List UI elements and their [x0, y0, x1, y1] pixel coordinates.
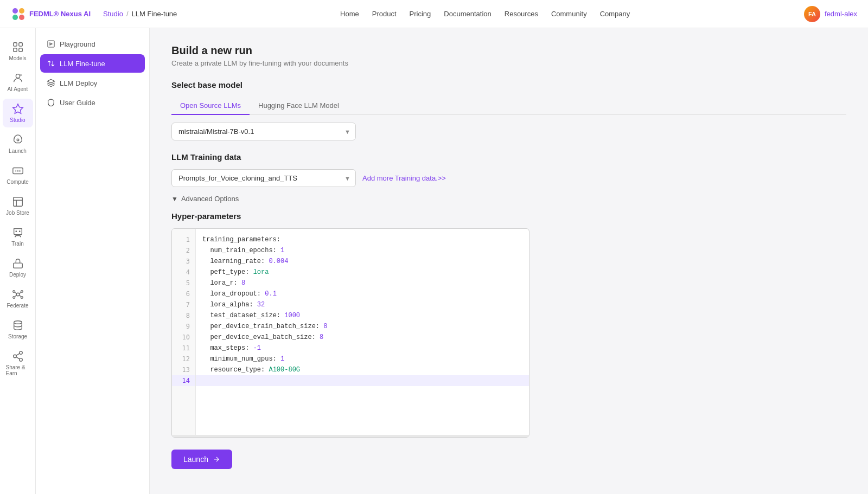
svg-rect-5	[18, 43, 22, 46]
launch-icon-btn	[213, 455, 220, 463]
train-icon	[12, 227, 24, 239]
nav-company[interactable]: Company	[600, 10, 630, 18]
line-num-12: 12	[172, 354, 195, 364]
line-num-3: 3	[172, 256, 195, 267]
svg-point-26	[21, 297, 23, 299]
training-data-title: LLM Training data	[171, 152, 846, 162]
logo-icon	[11, 7, 26, 22]
code-line-9: per_device_train_batch_size: 8	[202, 321, 522, 332]
line-numbers: 1 2 3 4 5 6 7 8 9 10 11 12 13 14	[172, 229, 196, 435]
share-earn-icon	[12, 350, 24, 362]
tab-huggingface[interactable]: Hugging Face LLM Model	[250, 97, 348, 115]
sidebar-label-launch: Launch	[9, 148, 27, 154]
tab-opensource[interactable]: Open Source LLMs	[171, 97, 250, 115]
breadcrumb-parent[interactable]: Studio	[103, 10, 123, 18]
sec-sidebar-playground-label: Playground	[60, 40, 95, 48]
bottom-area	[171, 469, 846, 494]
code-inner: 1 2 3 4 5 6 7 8 9 10 11 12 13 14	[172, 229, 529, 435]
svg-point-20	[18, 230, 20, 232]
advanced-toggle-label: Advanced Options	[181, 195, 239, 203]
code-line-6: lora_dropout: 0.1	[202, 288, 522, 299]
studio-icon	[12, 103, 24, 115]
sidebar-label-federate: Federate	[7, 303, 28, 309]
compute-icon	[12, 165, 24, 177]
svg-line-36	[16, 354, 19, 356]
sidebar-item-models[interactable]: Models	[3, 37, 33, 66]
models-icon	[12, 41, 24, 53]
sidebar-item-studio[interactable]: Studio	[3, 99, 33, 127]
sec-sidebar-user-guide[interactable]: User Guide	[40, 93, 145, 112]
code-editor[interactable]: 1 2 3 4 5 6 7 8 9 10 11 12 13 14	[171, 228, 529, 438]
sidebar-label-deploy: Deploy	[9, 272, 26, 278]
code-content: training_parameters: num_train_epochs: 1…	[196, 229, 529, 435]
line-num-4: 4	[172, 267, 195, 278]
svg-point-25	[12, 297, 15, 299]
code-line-12: minimum_num_gpus: 1	[202, 354, 522, 364]
model-select-wrapper: mistralai/Mistral-7B-v0.1 meta-llama/Lla…	[171, 123, 356, 140]
svg-rect-6	[13, 48, 16, 52]
sec-sidebar-playground[interactable]: Playground	[40, 35, 145, 53]
nav-documentation[interactable]: Documentation	[444, 10, 491, 18]
line-num-8: 8	[172, 310, 195, 321]
sidebar-item-deploy[interactable]: Deploy	[3, 253, 33, 282]
sidebar-item-train[interactable]: Train	[3, 222, 33, 251]
nav-resources[interactable]: Resources	[505, 10, 538, 18]
code-line-3: learning_rate: 0.004	[202, 256, 522, 267]
add-training-link[interactable]: Add more Training data.>>	[362, 174, 446, 182]
svg-line-35	[16, 357, 19, 359]
line-num-7: 7	[172, 299, 195, 310]
model-select[interactable]: mistralai/Mistral-7B-v0.1 meta-llama/Lla…	[171, 123, 356, 140]
top-nav-links: Home Product Pricing Documentation Resou…	[340, 10, 630, 18]
line-num-6: 6	[172, 288, 195, 299]
user-avatar[interactable]: FA fedml-alex	[804, 6, 857, 22]
nav-community[interactable]: Community	[551, 10, 587, 18]
sec-sidebar-llm-deploy[interactable]: LLM Deploy	[40, 74, 145, 92]
sec-sidebar-llm-finetune[interactable]: LLM Fine-tune	[40, 54, 145, 73]
svg-line-28	[19, 292, 21, 293]
page-title: Build a new run	[171, 44, 846, 57]
logo-text: FEDML® Nexus AI	[29, 10, 91, 18]
sidebar-item-ai-agent[interactable]: AI Agent	[3, 68, 33, 97]
launch-button[interactable]: Launch	[171, 450, 232, 469]
training-data-section: LLM Training data Prompts_for_Voice_clon…	[171, 152, 846, 187]
sidebar-label-ai-agent: AI Agent	[8, 86, 28, 92]
svg-point-3	[19, 15, 24, 20]
code-divider	[172, 435, 529, 437]
sidebar-item-compute[interactable]: Compute	[3, 161, 33, 189]
nav-pricing[interactable]: Pricing	[410, 10, 431, 18]
code-line-2: num_train_epochs: 1	[202, 245, 522, 256]
sidebar-item-share-earn[interactable]: Share & Earn	[3, 346, 33, 381]
training-row: Prompts_for_Voice_cloning_and_TTS ▼ Add …	[171, 169, 846, 187]
advanced-options-toggle[interactable]: ▼ Advanced Options	[171, 195, 846, 203]
training-select[interactable]: Prompts_for_Voice_cloning_and_TTS	[171, 169, 356, 187]
playground-icon	[47, 40, 55, 48]
hyper-parameters-title: Hyper-parameters	[171, 211, 846, 221]
svg-line-30	[19, 296, 21, 297]
llm-deploy-icon	[47, 79, 55, 87]
code-line-5: lora_r: 8	[202, 278, 522, 288]
launch-icon	[12, 134, 24, 146]
svg-point-32	[19, 351, 22, 355]
top-nav: FEDML® Nexus AI Studio / LLM Fine-tune H…	[0, 0, 868, 28]
sidebar-item-storage[interactable]: Storage	[3, 315, 33, 344]
svg-rect-4	[13, 43, 16, 46]
sidebar-label-storage: Storage	[8, 333, 27, 339]
llm-finetune-icon	[47, 59, 55, 68]
code-line-4: peft_type: lora	[202, 267, 522, 278]
code-line-1: training_parameters:	[202, 234, 522, 245]
user-guide-icon	[47, 98, 55, 107]
page-subtitle: Create a private LLM by fine-tuning with…	[171, 59, 846, 67]
nav-product[interactable]: Product	[372, 10, 397, 18]
svg-line-27	[15, 292, 16, 293]
job-store-icon	[12, 196, 24, 208]
nav-home[interactable]: Home	[340, 10, 359, 18]
svg-rect-7	[18, 48, 22, 52]
code-line-10: per_device_eval_batch_size: 8	[202, 332, 522, 343]
svg-point-11	[17, 139, 19, 141]
breadcrumb-sep: /	[126, 10, 129, 18]
svg-point-24	[21, 291, 23, 293]
sidebar-item-federate[interactable]: Federate	[3, 284, 33, 313]
sidebar-item-job-store[interactable]: Job Store	[3, 191, 33, 220]
logo: FEDML® Nexus AI	[11, 7, 98, 22]
sidebar-item-launch[interactable]: Launch	[3, 130, 33, 158]
